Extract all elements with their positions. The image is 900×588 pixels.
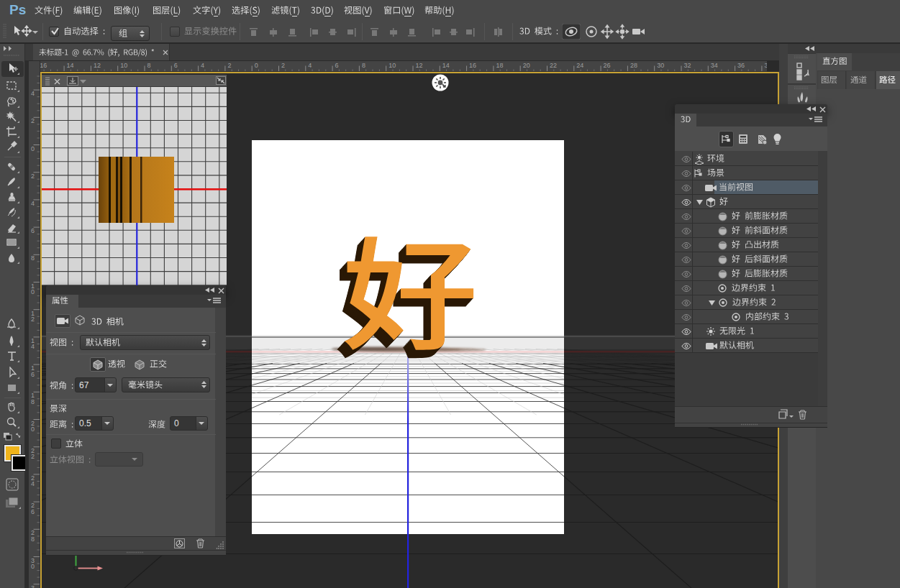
svg-text:22: 22 xyxy=(550,62,557,69)
svg-text:6: 6 xyxy=(174,62,178,69)
svg-text:24: 24 xyxy=(576,62,583,69)
svg-text:0: 0 xyxy=(31,563,35,570)
svg-text:8: 8 xyxy=(31,254,35,262)
svg-text:12: 12 xyxy=(94,62,101,69)
svg-text:14: 14 xyxy=(442,62,450,69)
svg-text:0: 0 xyxy=(31,288,35,295)
svg-text:4: 4 xyxy=(31,343,35,350)
svg-text:3: 3 xyxy=(31,584,35,588)
svg-text:16: 16 xyxy=(469,62,476,69)
svg-text:30: 30 xyxy=(657,62,664,69)
svg-text:32: 32 xyxy=(684,62,691,69)
svg-text:4: 4 xyxy=(201,62,204,69)
svg-text:26: 26 xyxy=(604,62,611,69)
svg-text:10: 10 xyxy=(120,62,127,69)
svg-text:14: 14 xyxy=(67,62,74,69)
svg-text:4: 4 xyxy=(308,62,312,69)
svg-text:6: 6 xyxy=(31,508,35,515)
svg-text:2: 2 xyxy=(31,117,35,124)
svg-text:8: 8 xyxy=(31,398,35,405)
svg-text:16: 16 xyxy=(40,62,47,69)
svg-text:12: 12 xyxy=(416,62,423,69)
svg-text:18: 18 xyxy=(496,62,503,69)
svg-text:8: 8 xyxy=(31,536,35,543)
svg-text:10: 10 xyxy=(388,62,396,69)
svg-text:2: 2 xyxy=(31,453,35,460)
svg-text:38: 38 xyxy=(764,62,767,69)
svg-text:6: 6 xyxy=(335,62,339,69)
svg-text:36: 36 xyxy=(737,62,745,69)
svg-text:0: 0 xyxy=(31,145,35,152)
svg-text:4: 4 xyxy=(31,480,35,487)
svg-text:2: 2 xyxy=(281,62,285,69)
svg-text:2: 2 xyxy=(227,62,231,69)
svg-text:8: 8 xyxy=(362,62,365,69)
svg-text:20: 20 xyxy=(523,62,530,69)
svg-text:0: 0 xyxy=(255,62,258,69)
svg-text:4: 4 xyxy=(31,200,35,207)
svg-text:0: 0 xyxy=(31,426,35,433)
svg-text:34: 34 xyxy=(711,62,718,69)
svg-text:28: 28 xyxy=(630,62,637,69)
svg-text:4: 4 xyxy=(31,90,35,97)
svg-text:6: 6 xyxy=(31,227,35,234)
svg-text:6: 6 xyxy=(31,371,35,378)
svg-text:2: 2 xyxy=(31,316,35,323)
svg-text:2: 2 xyxy=(31,173,35,180)
svg-text:8: 8 xyxy=(147,62,151,69)
